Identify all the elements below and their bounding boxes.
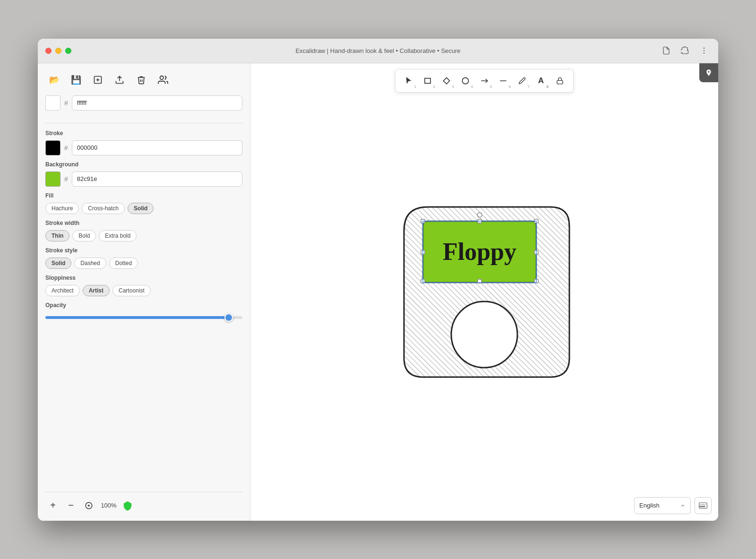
hash-icon: # bbox=[64, 99, 68, 107]
svg-point-7 bbox=[462, 77, 468, 84]
svg-rect-6 bbox=[425, 78, 430, 83]
new-file-icon[interactable] bbox=[660, 44, 673, 57]
more-options-icon[interactable] bbox=[697, 44, 711, 57]
sloppiness-artist[interactable]: Artist bbox=[83, 285, 110, 296]
sloppiness-options: Architect Artist Cartoonist bbox=[45, 285, 242, 296]
titlebar-actions bbox=[660, 44, 711, 57]
sloppiness-label: Sloppiness bbox=[45, 275, 242, 281]
bg-color-swatch[interactable] bbox=[45, 95, 60, 111]
app-body: 📂 💾 # ffffff bbox=[38, 63, 718, 521]
stroke-solid[interactable]: Solid bbox=[45, 258, 71, 269]
bg-color-input-2[interactable]: 82c91e bbox=[72, 172, 242, 187]
stroke-row: # 000000 bbox=[45, 140, 242, 155]
minimize-button[interactable] bbox=[55, 48, 61, 54]
app-window: Excalidraw | Hand-drawn look & feel • Co… bbox=[38, 39, 718, 521]
stroke-label: Stroke bbox=[45, 130, 242, 137]
fill-solid[interactable]: Solid bbox=[128, 203, 154, 214]
stroke-thin[interactable]: Thin bbox=[45, 230, 69, 241]
zoom-out-button[interactable]: − bbox=[63, 498, 78, 513]
zoom-in-button[interactable]: + bbox=[45, 498, 60, 513]
tool-select[interactable]: 1 bbox=[400, 72, 417, 89]
bg-color-input[interactable]: ffffff bbox=[72, 95, 242, 111]
sidebar-bottom: + − 100% bbox=[45, 492, 242, 513]
svg-point-5 bbox=[160, 76, 163, 79]
stroke-width-options: Thin Bold Extra bold bbox=[45, 230, 242, 241]
tool-arrow[interactable]: 5 bbox=[476, 72, 493, 89]
titlebar: Excalidraw | Hand-drawn look & feel • Co… bbox=[38, 39, 718, 63]
svg-point-24 bbox=[451, 301, 517, 368]
stroke-width-label: Stroke width bbox=[45, 220, 242, 226]
canvas-bottom-right: English bbox=[634, 497, 712, 514]
traffic-lights bbox=[45, 48, 71, 54]
stroke-bold[interactable]: Bold bbox=[72, 230, 96, 241]
sidebar: 📂 💾 # ffffff bbox=[38, 63, 250, 521]
close-button[interactable] bbox=[45, 48, 52, 54]
zoom-level: 100% bbox=[99, 502, 118, 509]
sidebar-toolbar: 📂 💾 bbox=[45, 71, 242, 89]
bg-color-row: # ffffff bbox=[45, 95, 242, 111]
bg-row: # 82c91e bbox=[45, 172, 242, 187]
tool-ellipse[interactable]: 4 bbox=[457, 72, 474, 89]
canvas-area[interactable]: 1 2 3 4 5 bbox=[250, 63, 718, 521]
shield-icon[interactable] bbox=[121, 499, 134, 512]
fill-options: Hachure Cross-hatch Solid bbox=[45, 203, 242, 214]
canvas-toolbar: 1 2 3 4 5 bbox=[395, 69, 574, 93]
divider-1 bbox=[45, 123, 242, 123]
tool-pencil[interactable]: 7 bbox=[514, 72, 531, 89]
sloppiness-cartoonist[interactable]: Cartoonist bbox=[112, 285, 151, 296]
stroke-style-label: Stroke style bbox=[45, 247, 242, 254]
stroke-color-input[interactable]: 000000 bbox=[72, 140, 242, 155]
tool-diamond[interactable]: 3 bbox=[438, 72, 455, 89]
window-title: Excalidraw | Hand-drawn look & feel • Co… bbox=[295, 47, 460, 54]
background-label: Background bbox=[45, 161, 242, 168]
stroke-dotted[interactable]: Dotted bbox=[109, 258, 138, 269]
open-button[interactable]: 📂 bbox=[45, 71, 63, 89]
export-button[interactable] bbox=[89, 71, 107, 89]
svg-point-0 bbox=[704, 48, 704, 49]
tool-line[interactable]: 6 bbox=[495, 72, 512, 89]
stroke-dashed[interactable]: Dashed bbox=[74, 258, 106, 269]
language-value: English bbox=[639, 502, 660, 509]
drawing-canvas[interactable]: Floppy bbox=[250, 63, 718, 521]
tool-text[interactable]: A8 bbox=[533, 72, 550, 89]
opacity-slider[interactable] bbox=[45, 316, 242, 319]
opacity-section: Opacity bbox=[45, 302, 242, 321]
save-button[interactable]: 💾 bbox=[67, 71, 85, 89]
svg-text:Floppy: Floppy bbox=[443, 238, 516, 265]
keyboard-button[interactable] bbox=[695, 497, 712, 514]
stroke-color-swatch[interactable] bbox=[45, 140, 60, 155]
floppy-svg: Floppy bbox=[385, 193, 584, 391]
fill-crosshatch[interactable]: Cross-hatch bbox=[82, 203, 125, 214]
stroke-extra-bold[interactable]: Extra bold bbox=[99, 230, 137, 241]
collaborate-button[interactable] bbox=[154, 71, 172, 89]
svg-rect-25 bbox=[699, 503, 707, 508]
stroke-hash-icon: # bbox=[64, 144, 68, 152]
bg-green-swatch[interactable] bbox=[45, 172, 60, 187]
import-button[interactable] bbox=[111, 71, 129, 89]
fill-label: Fill bbox=[45, 192, 242, 199]
sloppiness-architect[interactable]: Architect bbox=[45, 285, 80, 296]
language-select[interactable]: English bbox=[634, 497, 691, 514]
bg-hash-icon: # bbox=[64, 175, 68, 183]
stroke-style-options: Solid Dashed Dotted bbox=[45, 258, 242, 269]
tool-rectangle[interactable]: 2 bbox=[419, 72, 436, 89]
opacity-label: Opacity bbox=[45, 302, 242, 309]
svg-point-1 bbox=[704, 50, 704, 51]
maximize-button[interactable] bbox=[65, 48, 71, 54]
puzzle-icon[interactable] bbox=[679, 44, 692, 57]
delete-button[interactable] bbox=[132, 71, 150, 89]
reset-zoom-button[interactable] bbox=[81, 498, 96, 513]
tool-lock[interactable] bbox=[551, 72, 568, 89]
fill-hachure[interactable]: Hachure bbox=[45, 203, 79, 214]
svg-rect-10 bbox=[557, 80, 563, 84]
svg-point-2 bbox=[704, 52, 704, 53]
